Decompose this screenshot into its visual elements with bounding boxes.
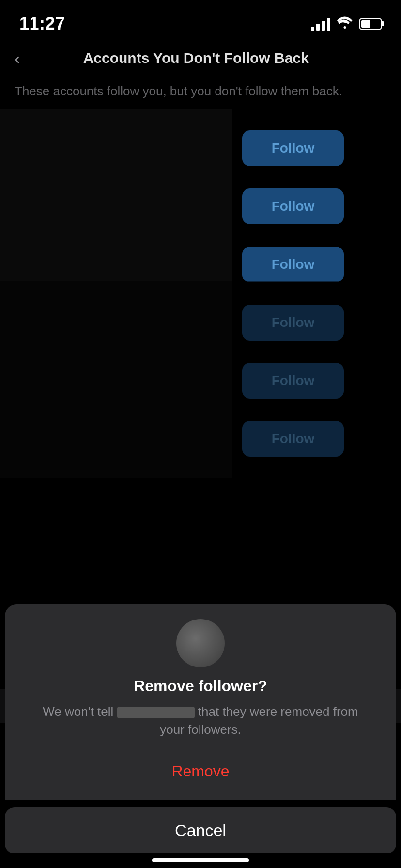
back-button[interactable]: ‹ (10, 44, 25, 73)
follow-button-2[interactable]: Follow (242, 188, 344, 224)
remove-button[interactable]: Remove (5, 753, 396, 790)
follow-button-3[interactable]: Follow (242, 247, 344, 282)
modal-subtitle-pre: We won't tell (43, 704, 117, 719)
cancel-sheet: Cancel (5, 807, 396, 853)
signal-icon (311, 17, 330, 31)
battery-icon (359, 18, 382, 30)
remove-follower-sheet: Remove follower? We won't tell that they… (5, 604, 396, 800)
page-subtitle: These accounts follow you, but you don't… (0, 78, 401, 109)
cancel-button[interactable]: Cancel (5, 807, 396, 853)
follow-button-1[interactable]: Follow (242, 130, 344, 166)
home-indicator (152, 858, 249, 862)
modal-avatar (176, 619, 225, 667)
status-icons (311, 16, 382, 32)
wifi-icon (337, 16, 353, 32)
page-title: Accounts You Don't Follow Back (25, 50, 367, 66)
modal-title: Remove follower? (5, 677, 396, 703)
status-bar: 11:27 (0, 0, 401, 39)
modal-subtitle: We won't tell that they were removed fro… (5, 703, 396, 753)
modal-redacted-name (117, 707, 195, 718)
bottom-modal: Remove follower? We won't tell that they… (0, 604, 401, 868)
modal-avatar-container (5, 604, 396, 677)
nav-header: ‹ Accounts You Don't Follow Back (0, 39, 401, 78)
status-time: 11:27 (19, 14, 65, 34)
